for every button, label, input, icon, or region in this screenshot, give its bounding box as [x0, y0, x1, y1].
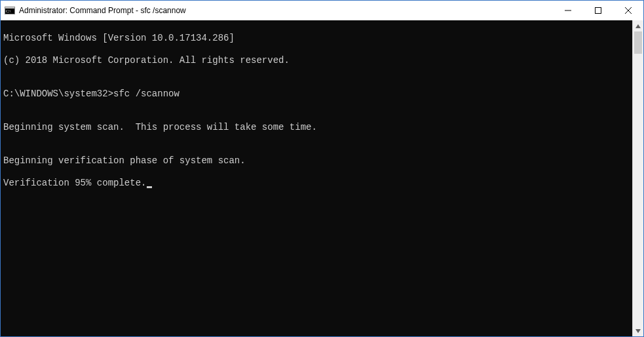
svg-text:C:\: C:\ — [6, 9, 11, 13]
console-line: Verification 95% complete. — [3, 178, 630, 189]
titlebar[interactable]: C:\ Administrator: Command Prompt - sfc … — [1, 1, 643, 20]
console-prompt-line: C:\WINDOWS\system32>sfc /scannow — [3, 89, 630, 100]
console-text: Verification 95% complete. — [3, 178, 146, 188]
console-line: Beginning system scan. This process will… — [3, 122, 630, 133]
svg-marker-8 — [635, 329, 641, 333]
console-output[interactable]: Microsoft Windows [Version 10.0.17134.28… — [1, 20, 632, 336]
scrollbar-thumb[interactable] — [634, 31, 642, 54]
vertical-scrollbar[interactable] — [632, 20, 643, 336]
maximize-button[interactable] — [583, 1, 613, 20]
command-prompt-window: C:\ Administrator: Command Prompt - sfc … — [0, 0, 644, 337]
minimize-button[interactable] — [553, 1, 583, 20]
client-area: Microsoft Windows [Version 10.0.17134.28… — [1, 20, 643, 336]
text-cursor — [147, 186, 152, 188]
console-line: Beginning verification phase of system s… — [3, 155, 630, 167]
svg-rect-4 — [596, 8, 601, 14]
scrollbar-track[interactable] — [633, 31, 643, 325]
scroll-down-button[interactable] — [633, 325, 643, 336]
cmd-icon: C:\ — [5, 5, 15, 16]
scroll-up-button[interactable] — [633, 20, 643, 31]
console-line: Microsoft Windows [Version 10.0.17134.28… — [3, 33, 630, 44]
window-controls — [553, 1, 643, 20]
svg-marker-7 — [635, 24, 641, 28]
window-title: Administrator: Command Prompt - sfc /sca… — [19, 6, 186, 15]
close-button[interactable] — [613, 1, 643, 20]
console-line: (c) 2018 Microsoft Corporation. All righ… — [3, 55, 630, 66]
svg-rect-1 — [5, 7, 14, 9]
